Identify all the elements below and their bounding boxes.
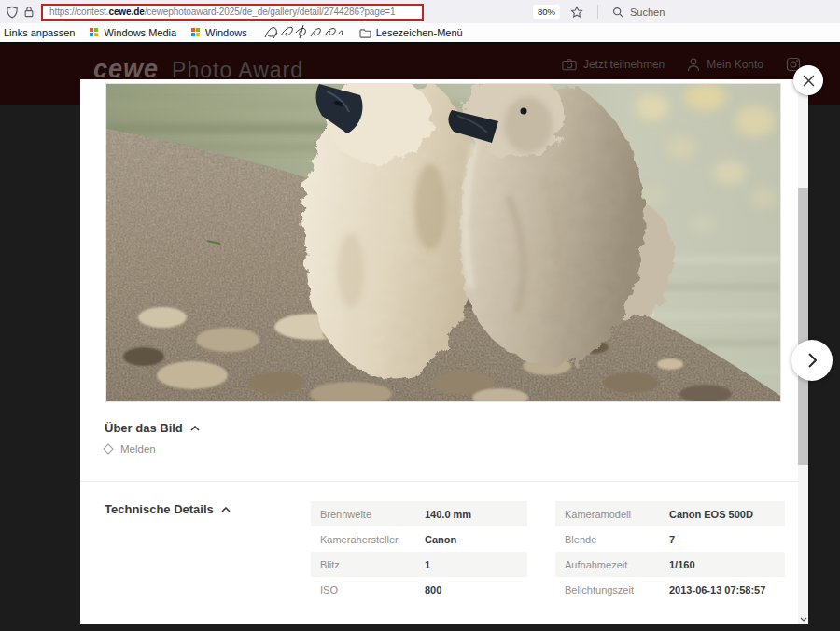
shield-icon[interactable] <box>6 6 19 19</box>
table-row: Kameramodell Canon EOS 500D <box>555 501 785 526</box>
windows-logo-icon <box>191 28 201 37</box>
nav-participate[interactable]: Jetzt teilnehmen <box>562 58 665 71</box>
section-tech-header[interactable]: Technische Details <box>105 502 231 516</box>
scrollbar-thumb[interactable] <box>798 188 808 465</box>
search-placeholder: Suchen <box>630 7 665 18</box>
table-row: Blende 7 <box>555 526 785 552</box>
section-divider <box>80 481 798 482</box>
tech-table-right: Kameramodell Canon EOS 500D Blende 7 Auf… <box>555 501 785 602</box>
nav-account[interactable]: Mein Konto <box>687 58 763 72</box>
lock-icon[interactable] <box>23 6 35 18</box>
table-row: Belichtungszeit 2013-06-13 07:58:57 <box>555 577 785 602</box>
search-input[interactable]: Suchen <box>607 3 833 21</box>
chevron-up-icon <box>221 507 231 512</box>
folder-icon <box>359 28 371 38</box>
url-text-prefix: https://contest. <box>49 7 108 17</box>
url-bar[interactable]: https://contest.cewe.de/cewephotoaward-2… <box>41 4 424 21</box>
table-row: Brennweite 140.0 mm <box>311 501 527 526</box>
toolbar-divider <box>597 5 598 19</box>
bookmarks-bar: Links anpassen Windows Media Windows Les… <box>0 23 840 42</box>
browser-toolbar: https://contest.cewe.de/cewephotoaward-2… <box>0 0 840 23</box>
table-row: ISO 800 <box>311 577 527 602</box>
zoom-indicator[interactable]: 80% <box>533 5 560 19</box>
user-icon <box>687 58 700 72</box>
report-flag-icon <box>103 443 113 454</box>
table-row: Aufnahmezeit 1/160 <box>555 552 785 577</box>
tech-table-left: Brennweite 140.0 mm Kamerahersteller Can… <box>311 501 527 602</box>
url-text-domain: cewe.de <box>108 7 144 17</box>
url-text-path: /cewephotoaward-2025/de_de/gallery/detai… <box>145 7 396 17</box>
bookmark-windows-media[interactable]: Windows Media <box>90 27 176 38</box>
header-nav: Jetzt teilnehmen Mein Konto <box>562 55 801 74</box>
report-label: Melden <box>120 443 156 455</box>
chevron-right-icon <box>808 353 817 368</box>
scroll-down-icon[interactable] <box>798 617 808 622</box>
bookmark-links-anpassen[interactable]: Links anpassen <box>4 27 75 38</box>
bookmark-windows[interactable]: Windows <box>191 27 247 38</box>
close-icon <box>803 75 815 87</box>
photo-detail-modal: Über das Bild Melden Technische Details … <box>80 79 798 624</box>
table-row: Blitz 1 <box>311 552 527 577</box>
table-row: Kamerahersteller Canon <box>311 526 527 552</box>
photo-cygnets <box>105 83 781 402</box>
tech-title-label: Technische Details <box>105 502 214 516</box>
about-title-label: Über das Bild <box>105 421 183 435</box>
next-image-button[interactable] <box>791 340 833 381</box>
search-icon <box>612 7 623 18</box>
chevron-up-icon <box>190 426 200 431</box>
report-button[interactable]: Melden <box>105 443 156 455</box>
bookmark-lesezeichen-menu[interactable]: Lesezeichen-Menü <box>359 27 463 38</box>
camera-icon <box>562 58 577 71</box>
section-about-header[interactable]: Über das Bild <box>105 421 200 435</box>
close-button[interactable] <box>793 65 823 95</box>
windows-logo-icon <box>90 28 99 37</box>
handwritten-scribble-annotation <box>262 23 344 42</box>
bookmark-star-icon[interactable] <box>565 6 589 19</box>
page-area: cewe Photo Award Jetzt teilnehmen Mein K… <box>0 42 840 631</box>
